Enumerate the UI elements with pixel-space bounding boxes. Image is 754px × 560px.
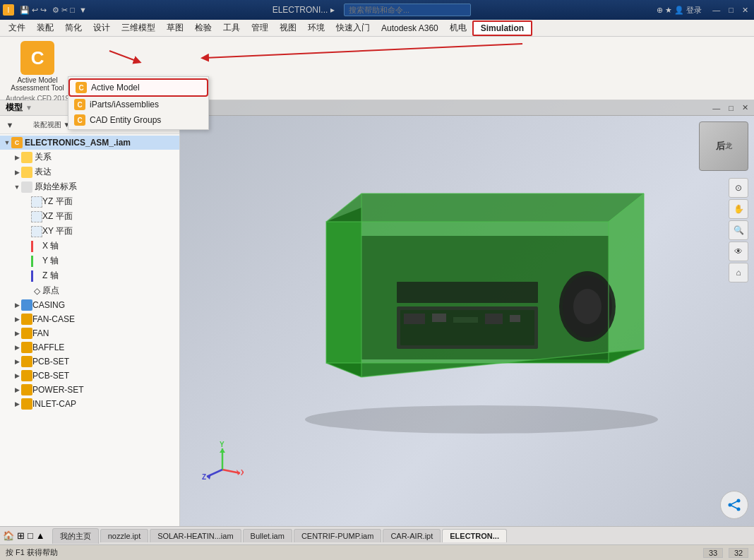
menu-tools[interactable]: 工具 <box>217 20 246 35</box>
tree-label-xaxis: X 轴 <box>42 240 59 252</box>
app-logo: I <box>3 4 14 16</box>
tab-nozzle[interactable]: nozzle.ipt <box>100 529 148 542</box>
tree-item-zaxis[interactable]: Z 轴 <box>0 268 179 283</box>
rt-pan-btn[interactable]: ✋ <box>729 199 748 219</box>
expand-inletcap[interactable]: ▶ <box>13 400 21 408</box>
tree-label-yaxis: Y 轴 <box>42 255 59 267</box>
tab-icon-2[interactable]: ⊞ <box>17 530 25 541</box>
tree-item-yaxis[interactable]: Y 轴 <box>0 254 179 268</box>
min-button[interactable]: — <box>710 4 723 16</box>
panel-title-arrow: ▼ <box>25 104 32 112</box>
tab-electron[interactable]: ELECTRON... <box>442 529 507 542</box>
icon-origin-sys <box>21 181 32 193</box>
max-button[interactable]: □ <box>726 4 736 16</box>
tree-item-baffle[interactable]: ▶ BAFFLE <box>0 340 179 355</box>
vp-min-btn[interactable]: — <box>710 103 723 113</box>
expand-baffle[interactable]: ▶ <box>13 343 21 352</box>
tree-item-powerset[interactable]: ▶ POWER-SET <box>0 383 179 397</box>
vp-max-btn[interactable]: □ <box>726 103 736 113</box>
active-model-section[interactable]: C Active Model Assessment Tool Autodesk … <box>6 41 69 102</box>
tab-icon-1[interactable]: 🏠 <box>3 530 14 541</box>
menu-a360[interactable]: Autodesk A360 <box>376 22 444 35</box>
tree-item-xy[interactable]: XY 平面 <box>0 224 179 239</box>
expand-pcbset1[interactable]: ▶ <box>13 357 21 366</box>
filter-btn[interactable]: ▼ <box>3 118 17 132</box>
expand-powerset[interactable]: ▶ <box>13 386 21 394</box>
tree-label-casing: CASING <box>32 300 65 310</box>
tree-item-fan[interactable]: ▶ FAN <box>0 326 179 340</box>
icon-pcbset1 <box>21 356 32 367</box>
tree-item-pcbset1[interactable]: ▶ PCB-SET <box>0 355 179 369</box>
tree-item-yz[interactable]: YZ 平面 <box>0 194 179 209</box>
ribbon-item-active-model[interactable]: C Active Model <box>68 78 208 97</box>
svg-marker-3 <box>326 193 644 222</box>
menu-inspect[interactable]: 检验 <box>189 20 217 35</box>
tree-item-fancase[interactable]: ▶ FAN-CASE <box>0 312 179 326</box>
menu-simplify[interactable]: 简化 <box>59 20 88 35</box>
tab-solar[interactable]: SOLAR-HEATIN...iam <box>150 529 241 542</box>
icon-powerset <box>21 384 32 395</box>
tree-item-origin-sys[interactable]: ▼ 原始坐标系 <box>0 179 179 194</box>
tree-item-pcbset2[interactable]: ▶ PCB-SET <box>0 369 179 383</box>
expand-root[interactable]: ▼ <box>3 138 11 147</box>
tab-carair[interactable]: CAR-AIR.ipt <box>383 529 441 542</box>
viewcube[interactable]: 后龙 <box>699 121 748 171</box>
tree-content: ▼ C ELECTRONICS_ASM_.iam ▶ 关系 ▶ 表达 ▼ <box>0 134 179 526</box>
icon-xy-plane <box>31 226 42 237</box>
viewport[interactable]: — □ ✕ <box>180 100 754 526</box>
share-button[interactable] <box>720 491 748 519</box>
tree-item-xz[interactable]: XZ 平面 <box>0 209 179 224</box>
menu-sketch[interactable]: 草图 <box>161 20 189 35</box>
menu-file[interactable]: 文件 <box>3 20 31 35</box>
rt-zoom-btn[interactable]: 🔍 <box>729 220 748 240</box>
axis-svg: X Y Z <box>201 441 244 484</box>
tree-item-relations[interactable]: ▶ 关系 <box>0 150 179 165</box>
expand-relations[interactable]: ▶ <box>13 153 21 162</box>
active-model-icon[interactable]: C <box>20 41 54 75</box>
tree-label-root: ELECTRONICS_ASM_.iam <box>25 138 131 148</box>
tree-item-origin[interactable]: ◇ 原点 <box>0 283 179 298</box>
viewcube-face[interactable]: 后龙 <box>699 121 748 171</box>
tree-item-express[interactable]: ▶ 表达 <box>0 165 179 179</box>
expand-fan[interactable]: ▶ <box>13 329 21 338</box>
tree-item-inletcap[interactable]: ▶ INLET-CAP <box>0 397 179 411</box>
tree-item-xaxis[interactable]: X 轴 <box>0 239 179 254</box>
title-bar: I 💾 ↩ ↪ ⚙ ✂ □ ▼ ELECTRONI... ▸ ⊕ ★ 👤 登录 … <box>0 0 754 20</box>
tab-bullet[interactable]: Bullet.iam <box>243 529 292 542</box>
expand-fancase[interactable]: ▶ <box>13 315 21 323</box>
tab-icons: 🏠 ⊞ □ ▲ <box>3 530 45 541</box>
icon-baffle <box>21 342 32 353</box>
rt-home-btn[interactable]: ⌂ <box>729 263 748 282</box>
expand-casing[interactable]: ▶ <box>13 301 21 309</box>
menu-assemble[interactable]: 装配 <box>31 20 59 35</box>
tree-item-root[interactable]: ▼ C ELECTRONICS_ASM_.iam <box>0 136 179 150</box>
ribbon-item-iparts[interactable]: C iParts/iAssemblies <box>68 97 208 112</box>
vp-close-btn[interactable]: ✕ <box>739 102 751 113</box>
search-input[interactable] <box>344 4 471 16</box>
tab-icon-3[interactable]: □ <box>28 530 33 541</box>
tab-icon-4[interactable]: ▲ <box>36 530 45 541</box>
rt-lookat-btn[interactable]: 👁 <box>729 242 748 261</box>
menu-view[interactable]: 视图 <box>274 20 302 35</box>
tree-item-casing[interactable]: ▶ CASING <box>0 298 179 312</box>
menu-env[interactable]: 环境 <box>302 20 330 35</box>
ribbon-item-cad-groups[interactable]: C CAD Entity Groups <box>68 112 208 128</box>
tab-centrif[interactable]: CENTRIF-PUMP.iam <box>294 529 381 542</box>
menu-quickstart[interactable]: 快速入门 <box>330 20 376 35</box>
tree-label-origin: 原点 <box>42 285 59 297</box>
expand-express[interactable]: ▶ <box>13 168 21 177</box>
menu-design[interactable]: 设计 <box>88 20 116 35</box>
rt-orbit-btn[interactable]: ⊙ <box>729 178 748 198</box>
expand-origin-sys[interactable]: ▼ <box>13 183 21 191</box>
menu-simulation[interactable]: Simulation <box>472 20 532 36</box>
menu-elec[interactable]: 机电 <box>444 20 472 35</box>
svg-marker-5 <box>609 193 644 363</box>
expand-pcbset2[interactable]: ▶ <box>13 371 21 380</box>
ribbon-label-1: iParts/iAssemblies <box>90 100 159 109</box>
tab-home[interactable]: 我的主页 <box>52 528 99 544</box>
title-bar-title: ELECTRONI... ▸ <box>87 4 657 16</box>
svg-point-2 <box>305 405 658 434</box>
close-button[interactable]: ✕ <box>739 4 751 16</box>
menu-manage[interactable]: 管理 <box>246 20 274 35</box>
menu-3d[interactable]: 三维模型 <box>116 20 161 35</box>
